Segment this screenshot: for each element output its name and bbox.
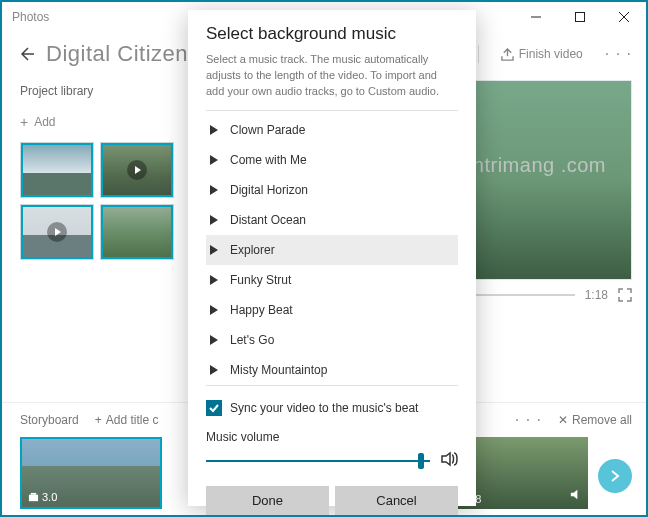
track-label: Let's Go <box>230 333 274 347</box>
app-name: Photos <box>12 10 49 24</box>
volume-label: Music volume <box>206 430 458 444</box>
dialog-description: Select a music track. The music automati… <box>206 52 458 100</box>
track-label: Distant Ocean <box>230 213 306 227</box>
track-row[interactable]: Let's Go <box>206 325 458 355</box>
play-triangle-icon <box>210 365 218 375</box>
track-row[interactable]: Come with Me <box>206 145 458 175</box>
play-triangle-icon <box>210 305 218 315</box>
background-music-dialog: Select background music Select a music t… <box>188 10 476 506</box>
window-close-button[interactable] <box>602 2 646 32</box>
track-row[interactable]: Explorer <box>206 235 458 265</box>
done-button[interactable]: Done <box>206 486 329 516</box>
track-label: Come with Me <box>230 153 307 167</box>
track-row[interactable]: Misty Mountaintop <box>206 355 458 385</box>
track-label: Misty Mountaintop <box>230 363 327 377</box>
cancel-button[interactable]: Cancel <box>335 486 458 516</box>
sync-checkbox[interactable] <box>206 400 222 416</box>
track-label: Funky Strut <box>230 273 291 287</box>
track-list: Clown ParadeCome with MeDigital HorizonD… <box>206 115 458 385</box>
track-label: Clown Parade <box>230 123 305 137</box>
play-triangle-icon <box>210 245 218 255</box>
track-row[interactable]: Distant Ocean <box>206 205 458 235</box>
play-triangle-icon <box>210 185 218 195</box>
window-maximize-button[interactable] <box>558 2 602 32</box>
volume-icon <box>440 450 458 472</box>
play-triangle-icon <box>210 275 218 285</box>
dialog-title: Select background music <box>206 24 458 44</box>
volume-slider[interactable] <box>206 460 430 462</box>
svg-rect-0 <box>576 13 585 22</box>
track-label: Digital Horizon <box>230 183 308 197</box>
play-triangle-icon <box>210 215 218 225</box>
play-triangle-icon <box>210 335 218 345</box>
track-label: Explorer <box>230 243 275 257</box>
track-row[interactable]: Clown Parade <box>206 115 458 145</box>
track-label: Happy Beat <box>230 303 293 317</box>
track-row[interactable]: Digital Horizon <box>206 175 458 205</box>
play-triangle-icon <box>210 155 218 165</box>
track-row[interactable]: Happy Beat <box>206 295 458 325</box>
play-triangle-icon <box>210 125 218 135</box>
track-row[interactable]: Funky Strut <box>206 265 458 295</box>
sync-label: Sync your video to the music's beat <box>230 401 418 415</box>
window-minimize-button[interactable] <box>514 2 558 32</box>
